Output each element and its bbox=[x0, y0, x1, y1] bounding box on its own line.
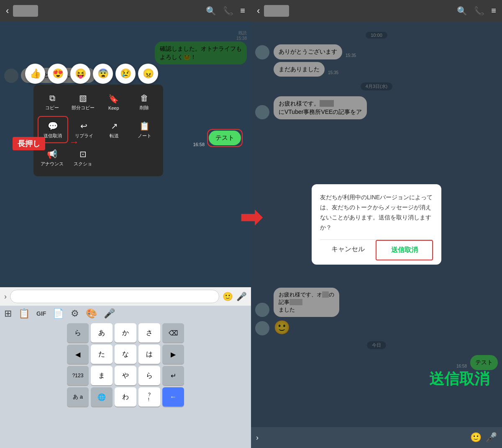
copy-label: コピー bbox=[45, 105, 59, 111]
partial-copy-label: 部分コピー bbox=[72, 105, 95, 111]
test-time: 16:58 bbox=[193, 142, 205, 147]
key-left[interactable]: ◀ bbox=[67, 345, 89, 364]
kb-apps-icon[interactable]: ⊞ bbox=[4, 308, 12, 319]
context-forward[interactable]: ↗ 転送 bbox=[100, 116, 129, 143]
kb-settings-icon[interactable]: ⚙ bbox=[71, 308, 79, 319]
kb-clipboard-icon[interactable]: 📋 bbox=[18, 308, 30, 319]
context-menu: ⧉ コピー ▧ 部分コピー 🔖 Keep 🗑 削除 bbox=[33, 85, 163, 176]
confirmation-dialog: 友だちが利用中のLINEバージョンによっては、友だちのトークからメッセージが消え… bbox=[312, 184, 441, 264]
key-backspace[interactable]: ⌫ bbox=[162, 323, 184, 342]
context-delete[interactable]: 🗑 削除 bbox=[130, 89, 159, 114]
dialog-message: 友だちが利用中のLINEバージョンによっては、友だちのトークからメッセージが消え… bbox=[320, 193, 433, 232]
keep-label: Keep bbox=[108, 106, 119, 111]
key-wa[interactable]: わ bbox=[115, 387, 136, 407]
key-123[interactable]: ?123 bbox=[67, 366, 89, 385]
delete-icon: 🗑 bbox=[140, 93, 149, 103]
test-bubble-box: テスト bbox=[207, 129, 243, 147]
key-ta[interactable]: た bbox=[91, 345, 113, 364]
screenshot-icon: ⊡ bbox=[79, 149, 87, 159]
key-right[interactable]: ▶ bbox=[162, 345, 184, 364]
forward-label: 転送 bbox=[110, 133, 119, 139]
context-partial-copy[interactable]: ▧ 部分コピー bbox=[69, 89, 98, 114]
context-copy[interactable]: ⧉ コピー bbox=[38, 89, 67, 114]
left-back-button[interactable]: ‹ bbox=[6, 5, 9, 16]
right-mic-button[interactable]: 🎤 bbox=[486, 432, 497, 443]
left-header: ‹ 🔍 📞 ≡ bbox=[0, 0, 251, 22]
key-backquote[interactable]: ら bbox=[67, 323, 89, 342]
search-icon[interactable]: 🔍 bbox=[206, 6, 216, 16]
kb-gif-button[interactable]: GIF bbox=[36, 310, 46, 317]
right-input-row: › 🙂 🎤 bbox=[251, 427, 502, 448]
reply-icon: ↩ bbox=[80, 121, 87, 131]
test-bubble: テスト bbox=[209, 131, 241, 145]
input-expand-icon[interactable]: › bbox=[4, 292, 7, 301]
kb-doc-icon[interactable]: 📄 bbox=[53, 308, 64, 319]
message-input[interactable] bbox=[10, 290, 219, 303]
key-ya[interactable]: や bbox=[115, 366, 136, 385]
keep-icon: 🔖 bbox=[108, 94, 119, 104]
kb-mic-icon[interactable]: 🎤 bbox=[104, 308, 115, 319]
emoji-tongue[interactable]: 😝 bbox=[70, 64, 90, 84]
right-panel: ‹ 🔍 📞 ≡ 10:00 ありがとうございます 15:35 bbox=[251, 0, 502, 448]
right-call-icon[interactable]: 📞 bbox=[474, 6, 484, 16]
right-menu-icon[interactable]: ≡ bbox=[491, 6, 496, 16]
key-enter[interactable]: ↵ bbox=[162, 366, 184, 385]
right-back-button[interactable]: ‹ bbox=[257, 5, 260, 16]
context-menu-row-1: ⧉ コピー ▧ 部分コピー 🔖 Keep 🗑 削除 bbox=[38, 89, 159, 114]
note-label: ノート bbox=[138, 133, 151, 139]
key-ha[interactable]: は bbox=[138, 345, 160, 364]
key-sa[interactable]: さ bbox=[138, 323, 160, 342]
nagaoshi-label: 長押し bbox=[13, 137, 45, 150]
right-contact-name bbox=[264, 5, 289, 17]
left-header-icons: 🔍 📞 ≡ bbox=[206, 6, 245, 16]
forward-icon: ↗ bbox=[111, 121, 118, 131]
key-globe[interactable]: 🌐 bbox=[91, 387, 113, 407]
context-screenshot[interactable]: ⊡ スクショ bbox=[69, 145, 98, 170]
emoji-button[interactable]: 🙂 bbox=[223, 291, 233, 301]
keyboard-area: ⊞ 📋 GIF 📄 ⚙ 🎨 🎤 ら あ か さ ⌫ ◀ た bbox=[0, 306, 251, 448]
cancel-button[interactable]: キャンセル bbox=[320, 240, 376, 260]
emoji-reactions-row: 👍 😍 😝 😨 😢 😠 bbox=[25, 64, 158, 84]
partial-copy-icon: ▧ bbox=[79, 93, 87, 103]
panels-wrapper: ‹ 🔍 📞 ≡ 既読15:38 確認しました。オトナライフもよろしく🐸！ ありが… bbox=[0, 0, 502, 448]
context-note[interactable]: 📋 ノート bbox=[131, 116, 159, 143]
soushin-label: 送信取消 bbox=[429, 369, 489, 389]
context-keep[interactable]: 🔖 Keep bbox=[99, 89, 128, 114]
nagaoshi-arrow: → bbox=[69, 136, 79, 148]
delete-label: 削除 bbox=[140, 105, 149, 111]
emoji-scared[interactable]: 😨 bbox=[93, 64, 113, 84]
left-chat-area: 既読15:38 確認しました。オトナライフもよろしく🐸！ ありがとうございます！… bbox=[0, 22, 251, 287]
left-contact-name bbox=[13, 5, 38, 17]
key-ka[interactable]: か bbox=[115, 323, 136, 342]
right-header-icons: 🔍 📞 ≡ bbox=[457, 6, 496, 16]
unsend-icon: 💬 bbox=[48, 121, 58, 131]
right-search-icon[interactable]: 🔍 bbox=[457, 6, 467, 16]
kb-row-4: あ a 🌐 わ ?! ← bbox=[3, 387, 248, 407]
key-return[interactable]: ← bbox=[162, 387, 184, 407]
confirm-unsend-button[interactable]: 送信取消 bbox=[376, 240, 433, 260]
menu-icon[interactable]: ≡ bbox=[240, 6, 245, 16]
dialog-overlay: 友だちが利用中のLINEバージョンによっては、友だちのトークからメッセージが消え… bbox=[251, 22, 502, 427]
left-input-row: › 🙂 🎤 bbox=[0, 287, 251, 306]
right-expand-icon[interactable]: › bbox=[256, 433, 259, 442]
emoji-thumbsup[interactable]: 👍 bbox=[25, 64, 45, 84]
call-icon[interactable]: 📞 bbox=[223, 6, 233, 16]
kb-palette-icon[interactable]: 🎨 bbox=[86, 308, 97, 319]
emoji-cry[interactable]: 😢 bbox=[115, 64, 136, 84]
right-chat-area: 10:00 ありがとうございます 15:35 まだありました 15:35 bbox=[251, 22, 502, 427]
right-emoji-button[interactable]: 🙂 bbox=[470, 432, 482, 443]
key-punct[interactable]: ?! bbox=[138, 387, 160, 407]
unsend-label: 送信取消 bbox=[44, 133, 62, 139]
mic-button[interactable]: 🎤 bbox=[236, 291, 247, 301]
key-ma[interactable]: ま bbox=[91, 366, 113, 385]
key-ra[interactable]: ら bbox=[138, 366, 160, 385]
key-na[interactable]: な bbox=[115, 345, 136, 364]
context-menu-row-3: 📢 アナウンス ⊡ スクショ bbox=[38, 145, 159, 170]
key-hiragana[interactable]: あ a bbox=[67, 387, 89, 407]
copy-icon: ⧉ bbox=[49, 93, 55, 103]
key-a[interactable]: あ bbox=[91, 323, 113, 342]
right-header: ‹ 🔍 📞 ≡ bbox=[251, 0, 502, 22]
emoji-angry[interactable]: 😠 bbox=[138, 64, 158, 84]
kb-row-1: ら あ か さ ⌫ bbox=[3, 323, 248, 342]
emoji-heart-eyes[interactable]: 😍 bbox=[48, 64, 68, 84]
